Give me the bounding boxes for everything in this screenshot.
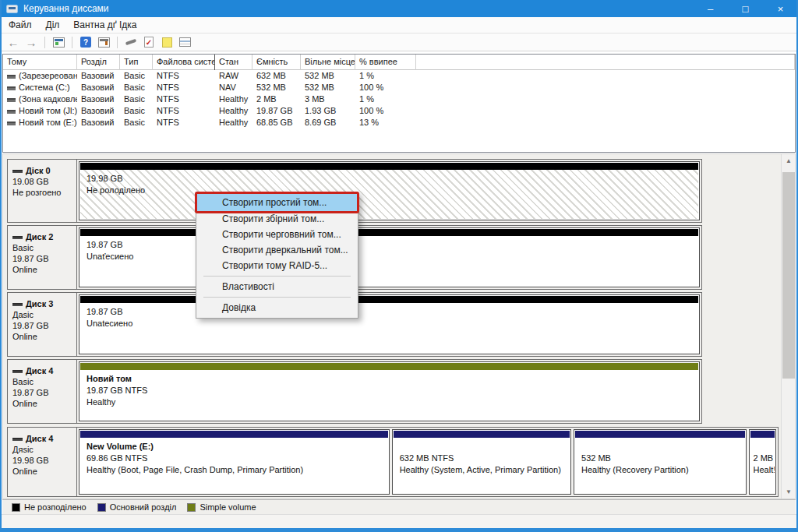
menu-item-label: Створити простий том... — [222, 197, 327, 208]
column-header-filesystem[interactable]: Файлова система — [153, 55, 215, 70]
disk-icon — [12, 370, 23, 373]
maximize-button[interactable]: □ — [728, 0, 763, 17]
menu-item-new-spanned-volume[interactable]: Створити збірний том... — [196, 211, 358, 227]
disk-icon — [12, 303, 23, 306]
region-status: Healthy (Boot, Page File, Crash Dump, Pr… — [87, 464, 388, 476]
disk-panel-line: 19.87 GB — [12, 320, 73, 331]
cell: 3 MB — [301, 93, 355, 105]
menu-view-help[interactable]: Вантна дґ Ідка — [66, 17, 143, 33]
region-size: 19.87 GB — [87, 306, 698, 318]
note-icon[interactable] — [160, 36, 174, 48]
vertical-scrollbar[interactable]: ▲ ▼ — [781, 154, 795, 499]
table-row[interactable]: Система (C:) Вазовий Basic NTFS NAV 532 … — [3, 82, 795, 93]
cell: 19.87 GB — [252, 105, 301, 117]
cell: RAW — [215, 70, 252, 82]
wrench-icon[interactable] — [124, 36, 138, 48]
region-status: Healthy (Recovery Partition) — [581, 464, 745, 476]
column-header-freespace[interactable]: Вільне місце — [301, 55, 355, 70]
scrollbar-thumb[interactable] — [782, 172, 795, 379]
window-border-left — [0, 0, 2, 532]
scroll-up-icon[interactable]: ▲ — [782, 154, 796, 167]
region-status: Healthy (System, Active, Primary Partiti… — [400, 464, 570, 476]
scroll-down-icon[interactable]: ▼ — [782, 485, 796, 499]
region-color-bar — [750, 431, 775, 438]
menu-item-new-mirrored-volume[interactable]: Створити дверкальний том... — [196, 242, 358, 258]
properties-icon[interactable] — [178, 36, 192, 48]
disk-icon — [12, 170, 23, 173]
column-header-layout[interactable]: Розділ — [77, 55, 120, 70]
cell: 1 % — [355, 93, 416, 105]
table-row[interactable]: (Зона кадковлення) Вазовий Basic NTFS He… — [3, 93, 795, 105]
unallocated-region[interactable]: 19.87 GB Unaťeсиено — [79, 227, 700, 287]
disk-row-4: Диск 4 Basic 19.87 GB Online Новий том 1… — [7, 359, 702, 424]
legend-bar: Не розподілено Основний розділ Simple vo… — [2, 499, 796, 514]
menu-file[interactable]: Файл — [2, 17, 39, 33]
unallocated-region[interactable]: 19.98 GB Не ролоділено — [79, 161, 700, 220]
menu-item-new-raid5-volume[interactable]: Створити тому RAID-5... — [196, 258, 358, 273]
checklist-icon[interactable]: ✓ — [142, 36, 156, 48]
cell: 1.93 GB — [301, 105, 355, 117]
cell: NTFS — [153, 70, 215, 82]
disk-panel-line: 19.87 GB — [12, 253, 73, 264]
legend-swatch-simple — [187, 503, 196, 512]
app-icon — [6, 5, 18, 13]
cell: 2 MB — [252, 93, 301, 105]
legend-label: Не розподілено — [24, 502, 87, 512]
column-header-capacity[interactable]: Ємність — [252, 55, 301, 70]
cell — [416, 93, 795, 105]
disk-panel[interactable]: Диск 4 Дяsic 19.98 GB Online — [8, 428, 77, 496]
cell: Basic — [120, 105, 153, 117]
help-icon[interactable]: ? — [79, 36, 93, 48]
back-icon[interactable]: ← — [6, 36, 20, 48]
disk-panel[interactable]: Диск 2 Basic 19.87 GB Online — [8, 226, 77, 289]
cell: 100 % — [355, 82, 416, 93]
disk-panel-line: Online — [12, 264, 73, 275]
cell: Вазовий — [77, 82, 120, 93]
cell: NTFS — [153, 117, 215, 129]
cell — [416, 70, 795, 82]
menu-bar: Файл Діл Вантна дґ Ідка — [2, 17, 796, 33]
context-menu: Створити простий том... Створити збірний… — [196, 192, 358, 319]
table-row[interactable]: Новий том (E:) Вазовий Basic NTFS Health… — [3, 117, 795, 129]
column-header-volume[interactable]: Тому — [3, 55, 77, 70]
volume-name-cell: (Зарезереовано) — [3, 70, 77, 82]
region-size: 2 MB — [754, 453, 775, 464]
volume-icon — [7, 122, 16, 125]
volume-name-cell: (Зона кадковлення) — [3, 93, 77, 105]
unallocated-region[interactable]: 19.87 GB Unateсиено — [79, 294, 700, 354]
legend-primary-partition: Основний розділ — [97, 502, 177, 512]
partition-region[interactable]: 632 MB NTFS Healthy (System, Active, Pri… — [392, 429, 571, 495]
simple-volume-region[interactable]: Новий том 19.87 GB NTFS Healthy — [79, 361, 700, 421]
minimize-button[interactable]: – — [693, 0, 728, 17]
close-button[interactable]: × — [763, 0, 798, 17]
menu-item-new-simple-volume[interactable]: Створити простий том... — [196, 194, 358, 211]
legend-label: Simple volume — [200, 502, 256, 512]
column-header-type[interactable]: Тип — [120, 55, 153, 70]
region-status: Unateсиено — [87, 318, 698, 329]
disk-panel[interactable]: Диск 4 Basic 19.87 GB Online — [8, 360, 77, 423]
partition-region[interactable]: 2 MB Healt! — [749, 429, 776, 495]
region-color-bar — [80, 431, 388, 438]
column-header-percentfree[interactable]: % ввипее — [355, 55, 416, 70]
volume-name-cell: Новий том (E:) — [3, 117, 77, 129]
menu-item-properties[interactable]: Властивості — [196, 279, 358, 294]
region-status: Не ролоділено — [87, 185, 698, 196]
menu-item-new-striped-volume[interactable]: Створити черговвний том... — [196, 227, 358, 242]
region-color-bar — [80, 363, 698, 370]
cell: 1 % — [355, 70, 416, 82]
forward-icon[interactable]: → — [24, 36, 38, 48]
console-window-icon[interactable] — [51, 36, 65, 48]
menu-item-help[interactable]: Довідка — [196, 300, 358, 315]
partition-region[interactable]: 532 MB Healthy (Recovery Partition) — [574, 429, 747, 495]
partition-region[interactable]: New Volume (E:) 69.86 GB NTFS Healthy (B… — [79, 429, 390, 495]
disk-panel[interactable]: Діск 0 19.08 GB Не розгоено — [8, 160, 77, 222]
region-color-bar — [80, 229, 698, 236]
disk-icon — [12, 438, 23, 441]
table-row[interactable]: (Зарезереовано) Вазовий Basic NTFS RAW 6… — [3, 70, 795, 82]
menu-action[interactable]: Діл — [39, 17, 67, 33]
table-row[interactable]: Новий том (Jl:) Вазовий Basic NTFS Healt… — [3, 105, 795, 117]
computer-icon[interactable] — [97, 36, 111, 48]
column-header-status[interactable]: Стан — [215, 55, 252, 70]
region-status: Healt! — [754, 464, 775, 476]
disk-panel[interactable]: Диск 3 Даsic 19.87 GB Online — [8, 293, 77, 356]
